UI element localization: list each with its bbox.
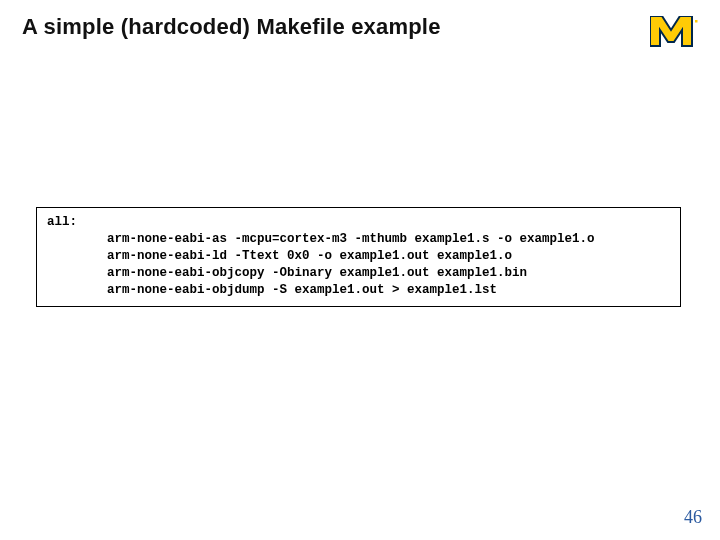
slide-header: A simple (hardcoded) Makefile example — [0, 0, 720, 52]
makefile-code: all: arm-none-eabi-as -mcpu=cortex-m3 -m… — [47, 214, 670, 298]
svg-rect-1 — [695, 20, 698, 23]
slide: A simple (hardcoded) Makefile example al… — [0, 0, 720, 540]
makefile-code-box: all: arm-none-eabi-as -mcpu=cortex-m3 -m… — [36, 207, 681, 307]
michigan-logo-icon — [650, 16, 698, 52]
slide-title: A simple (hardcoded) Makefile example — [22, 14, 441, 40]
page-number: 46 — [684, 507, 702, 528]
